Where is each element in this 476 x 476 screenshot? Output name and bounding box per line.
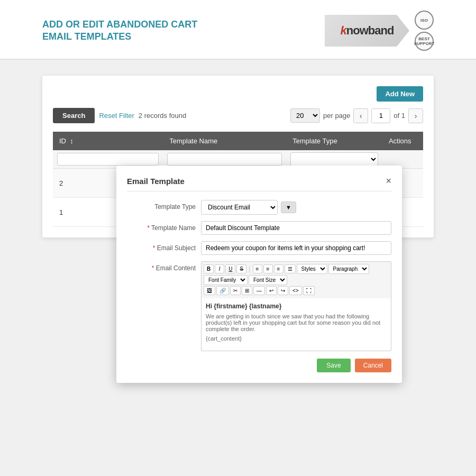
email-template-modal: Email Template × Template Type Discount … <box>116 166 402 383</box>
font-family-select[interactable]: Font Family <box>204 275 248 285</box>
undo-button[interactable]: ↩ <box>266 286 277 295</box>
template-name-label: * Template Name <box>127 221 196 232</box>
cancel-button[interactable]: Cancel <box>355 359 391 372</box>
modal-title: Email Template <box>127 177 185 186</box>
email-subject-row: * Email Subject <box>127 241 391 255</box>
editor-wrapper: B I U S | ≡ ≡ ≡ ☰ Styles <box>201 261 391 351</box>
paragraph-select[interactable]: Paragraph <box>328 264 369 274</box>
main-content: Add New Search Reset Filter 2 records fo… <box>0 60 476 264</box>
table-header-row: ID ↕ Template Name Template Type Actions <box>53 132 423 150</box>
page-of-label: of 1 <box>393 112 405 120</box>
filter-type-select[interactable]: Discount Email Non-Discount Email <box>290 152 378 166</box>
editor-toolbar-row1: B I U S | ≡ ≡ ≡ ☰ Styles <box>204 264 389 285</box>
align-left-button[interactable]: ≡ <box>253 264 262 273</box>
toolbar: Search Reset Filter 2 records found 20 5… <box>53 108 423 123</box>
col-id-header: ID ↕ <box>53 132 163 150</box>
editor-heading: Hi {firstname} {lastname} <box>206 303 281 310</box>
logo-badges: ISO BEST SUPPORT <box>415 11 434 51</box>
fullscreen-button[interactable]: ⛶ <box>303 286 315 295</box>
search-button[interactable]: Search <box>53 108 95 123</box>
link-button[interactable]: 🔗 <box>216 286 229 295</box>
editor-body: We are getting in touch since we saw tha… <box>206 313 387 332</box>
list-button[interactable]: ☰ <box>285 264 296 273</box>
table-button[interactable]: ⊞ <box>242 286 252 295</box>
add-new-button[interactable]: Add New <box>377 86 423 102</box>
required-star-content: * <box>152 264 154 272</box>
redo-button[interactable]: ↪ <box>278 286 288 295</box>
template-type-control: Discount Email Non-Discount Email ▼ <box>201 200 296 215</box>
template-type-row: Template Type Discount Email Non-Discoun… <box>127 200 391 215</box>
per-page-label: per page <box>323 112 350 120</box>
email-subject-input[interactable] <box>201 241 391 255</box>
editor-var: {cart_content} <box>206 335 387 342</box>
prev-page-button[interactable]: ‹ <box>353 108 368 123</box>
per-page-select[interactable]: 20 50 100 <box>290 108 320 123</box>
email-subject-label: * Email Subject <box>127 241 196 252</box>
image-button[interactable]: 🖼 <box>204 286 215 295</box>
editor-content[interactable]: Hi {firstname} {lastname} We are getting… <box>201 298 391 351</box>
col-template-type-header: Template Type <box>286 132 382 150</box>
styles-select[interactable]: Styles <box>297 264 327 274</box>
page-header: ADD OR EDIT ABANDONED CART EMAIL TEMPLAT… <box>0 0 476 60</box>
email-content-label: * Email Content <box>127 261 196 272</box>
template-name-row: * Template Name <box>127 221 391 235</box>
required-star-subject: * <box>153 244 155 252</box>
template-type-arrow-button[interactable]: ▼ <box>281 202 296 213</box>
template-type-label: Template Type <box>127 200 196 210</box>
editor-scroll: Hi {firstname} {lastname} We are getting… <box>201 298 391 351</box>
required-star: * <box>147 224 150 232</box>
divider1: | <box>248 265 251 273</box>
editor-toolbar-row2: 🖼 🔗 ✂ ⊞ — ↩ ↪ <> ⛶ <box>204 286 389 295</box>
col-actions-header: Actions <box>382 132 423 150</box>
align-center-button[interactable]: ≡ <box>263 264 273 273</box>
editor-toolbar: B I U S | ≡ ≡ ≡ ☰ Styles <box>201 261 391 298</box>
template-type-select[interactable]: Discount Email Non-Discount Email <box>201 200 278 215</box>
bold-button[interactable]: B <box>204 264 214 273</box>
email-content-row: * Email Content B I U S | ≡ ≡ ≡ <box>127 261 391 351</box>
font-size-select[interactable]: Font Size <box>249 275 287 285</box>
source-button[interactable]: <> <box>289 286 302 295</box>
toolbar-left: Search Reset Filter 2 records found <box>53 108 186 123</box>
filter-id-input[interactable] <box>57 153 159 166</box>
filter-name-input[interactable] <box>167 153 282 166</box>
header-logo: knowband ISO BEST SUPPORT <box>325 11 434 51</box>
hr-button[interactable]: — <box>253 286 265 295</box>
modal-footer: Save Cancel <box>127 359 391 372</box>
align-right-button[interactable]: ≡ <box>274 264 283 273</box>
underline-button[interactable]: U <box>225 264 235 273</box>
modal-close-button[interactable]: × <box>386 176 391 186</box>
next-page-button[interactable]: › <box>408 108 423 123</box>
reset-filter-button[interactable]: Reset Filter <box>99 112 134 120</box>
page-title: ADD OR EDIT ABANDONED CART EMAIL TEMPLAT… <box>42 19 212 43</box>
page-number-input[interactable] <box>371 108 390 123</box>
strikethrough-button[interactable]: S <box>236 264 246 273</box>
modal-overlay: Email Template × Template Type Discount … <box>53 166 465 264</box>
iso-badge: ISO <box>415 11 434 30</box>
logo-box: knowband <box>325 15 409 47</box>
modal-header: Email Template × <box>127 176 391 191</box>
logo-text: knowband <box>341 24 394 38</box>
col-template-name-header: Template Name <box>163 132 286 150</box>
unlink-button[interactable]: ✂ <box>230 286 241 295</box>
italic-button[interactable]: I <box>215 264 224 273</box>
pagination: 20 50 100 per page ‹ of 1 › <box>290 108 423 123</box>
save-button[interactable]: Save <box>317 359 350 372</box>
best-support-badge: BEST SUPPORT <box>415 32 434 51</box>
template-name-input[interactable] <box>201 221 391 235</box>
records-count: 2 records found <box>139 112 186 120</box>
